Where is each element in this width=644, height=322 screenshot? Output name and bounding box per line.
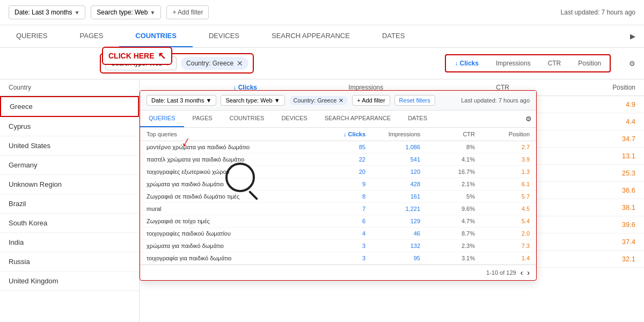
popup-prev-page[interactable]: ‹ [521,268,523,277]
metrics-panel: ↓ Clicks Impressions CTR Position 448 17… [140,79,644,322]
position-val-1: 4.9 [518,100,644,108]
popup-row-6: mural 7 1,221 9.6% 4.5 [140,203,536,215]
search-type-filter-label: Search type: Web [97,9,148,16]
popup-country-close[interactable]: ✕ [339,97,343,104]
table-area: Country Greece ← Cyprus United States Ge… [0,79,644,322]
add-filter-button[interactable]: + Add filter [166,5,209,19]
impressions-metric-header[interactable]: Impressions [487,57,539,69]
popup-row-5: Ζωγραφιά σε παιδικό δωμάτιο τιμές 8 161 … [140,191,536,203]
popup-tab-search-appearance[interactable]: SEARCH APPEARANCE [316,111,399,127]
popup-search-type-filter[interactable]: Search type: Web ▼ [221,95,284,106]
country-row-russia[interactable]: Russia [0,252,139,272]
position-metric-header[interactable]: Position [569,57,610,69]
popup-tab-queries[interactable]: QUERIES [140,111,184,127]
popup-last-updated: Last updated: 7 hours ago [461,97,530,104]
date-filter-button[interactable]: Date: Last 3 months ▼ [9,5,85,19]
country-list: Country Greece ← Cyprus United States Ge… [0,79,140,322]
popup-table-header: Top queries ↓ Clicks Impressions CTR Pos… [140,128,536,141]
popup-th-ctr[interactable]: CTR [420,131,475,137]
add-filter-label: + Add filter [172,9,203,16]
filter-bar: Date: Last 3 months ▼ Search type: Web ▼… [0,0,644,25]
country-row-unknown-region[interactable]: Unknown Region [0,175,139,194]
popup-row-3: τοιχογραφίες εξωτερικού χώρου 20 120 16.… [140,166,536,178]
tabs-bar: QUERIES PAGES COUNTRIES DEVICES SEARCH A… [0,25,644,48]
popup-row-2: παστέλ χρώματα για παιδικό δωμάτιο 22 54… [140,153,536,166]
date-filter-label: Date: Last 3 months [14,9,72,16]
popup-tab-dates[interactable]: DATES [399,111,436,127]
country-filter-tag[interactable]: Country: Greece ✕ [181,57,248,70]
popup-th-query: Top queries [147,131,311,137]
popup-th-impressions[interactable]: Impressions [365,131,420,137]
drilldown-popup: Date: Last 3 months ▼ Search type: Web ▼… [140,90,537,281]
tab-pages[interactable]: PAGES [64,25,120,47]
popup-th-position[interactable]: Position [475,131,530,137]
main-content: CLICK HERE ↖ Search type: Web ▼ Country:… [0,48,644,322]
search-type-arrow: ▼ [150,10,155,16]
ctr-metric-header[interactable]: CTR [539,57,570,69]
country-row-germany[interactable]: Germany [0,156,139,175]
tab-search-appearance[interactable]: SEARCH APPEARANCE [255,25,366,47]
popup-tab-devices[interactable]: DEVICES [273,111,316,127]
popup-row-1: μοντέρνο χρώματα για παιδικό δωμάτιο 85 … [140,141,536,153]
popup-data-rows: μοντέρνο χρώματα για παιδικό δωμάτιο 85 … [140,141,536,265]
country-row-greece[interactable]: Greece [0,96,139,117]
popup-row-8: τοιχογραφίες παιδικού δωματίου 4 46 8.7%… [140,228,536,240]
country-row-cyprus[interactable]: Cyprus [0,117,139,136]
popup-date-filter[interactable]: Date: Last 3 months ▼ [147,95,216,106]
date-filter-arrow: ▼ [74,10,79,16]
active-filters-row: CLICK HERE ↖ Search type: Web ▼ Country:… [0,48,644,79]
tab-queries[interactable]: QUERIES [0,25,64,47]
popup-row-4: χρώματα για παιδικό δωμάτιο 9 428 2.1% 6… [140,178,536,191]
popup-filter-bar: Date: Last 3 months ▼ Search type: Web ▼… [140,91,536,111]
search-type-filter-button[interactable]: Search type: Web ▼ [91,5,161,19]
popup-footer: 1-10 of 129 ‹ › [140,265,536,280]
popup-row-7: Ζωγραφιά σε τοίχο τιμές 6 129 4.7% 5.4 [140,215,536,228]
click-here-annotation: CLICK HERE ↖ [102,47,172,65]
filter-options-icon[interactable]: ⚙ [629,60,635,68]
popup-country-tag[interactable]: Country: Greece ✕ [289,96,348,105]
popup-th-clicks[interactable]: ↓ Clicks [311,131,365,137]
popup-tab-countries[interactable]: COUNTRIES [221,111,273,127]
popup-tab-pages[interactable]: PAGES [184,111,221,127]
tabs-arrow[interactable]: ▶ [621,26,644,47]
popup-filter-icon[interactable]: ⚙ [521,111,536,127]
clicks-metric-header[interactable]: ↓ Clicks [446,57,487,69]
tab-countries[interactable]: COUNTRIES [119,25,193,47]
popup-row-9: χρώματα για παιδικό δωμάτιο 3 132 2.3% 7… [140,240,536,252]
country-row-brazil[interactable]: Brazil [0,194,139,214]
country-column-header: Country [0,79,139,96]
country-row-south-korea[interactable]: South Korea [0,214,139,233]
popup-next-page[interactable]: › [527,268,530,277]
tab-devices[interactable]: DEVICES [193,25,255,47]
country-filter-close[interactable]: ✕ [237,59,243,68]
country-row-united-kingdom[interactable]: United Kingdom [0,272,139,291]
popup-add-filter[interactable]: + Add filter [352,95,390,106]
tab-dates[interactable]: DATES [366,25,421,47]
popup-reset-filters[interactable]: Reset filters [394,95,435,106]
popup-tabs: QUERIES PAGES COUNTRIES DEVICES SEARCH A… [140,111,536,128]
country-row-india[interactable]: India [0,233,139,252]
last-updated-text: Last updated: 7 hours ago [561,9,635,16]
position-col-header[interactable]: Position [518,84,644,91]
country-row-united-states[interactable]: United States [0,136,139,156]
popup-row-10: τοιχογραφία για παιδικό δωμάτιο 3 95 3.1… [140,252,536,265]
cursor-icon: ↖ [158,50,166,62]
